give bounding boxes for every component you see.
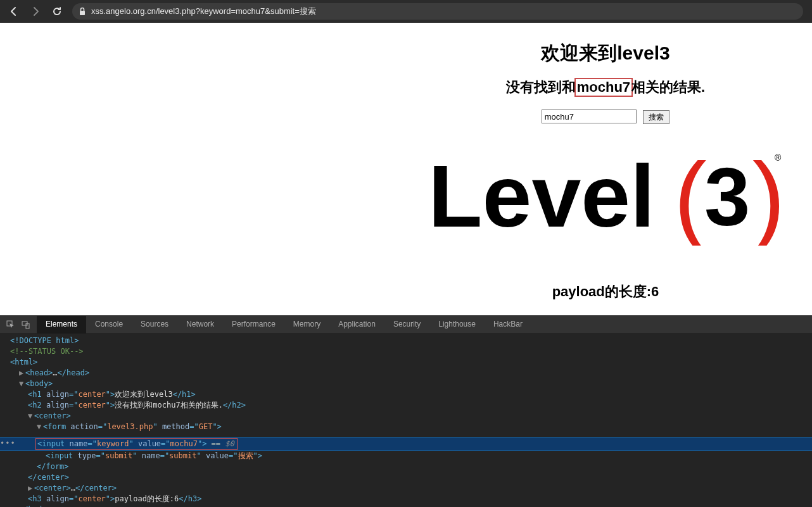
dom-form-open[interactable]: ▼<form action="level3.php" method="GET"> — [10, 422, 812, 432]
svg-text:3: 3 — [704, 151, 750, 243]
forward-button[interactable] — [30, 6, 41, 16]
payload-length: payload的长度:6 — [399, 282, 812, 301]
inspect-icon[interactable] — [6, 320, 15, 329]
search-result-heading: 没有找到和mochu7相关的结果. — [399, 78, 812, 97]
tab-sources[interactable]: Sources — [132, 316, 177, 334]
ellipsis-icon[interactable]: ••• — [0, 438, 16, 449]
tab-application[interactable]: Application — [329, 316, 384, 334]
dom-center2[interactable]: ▶<center>…</center> — [10, 483, 812, 494]
devtools-panel: Elements Console Sources Network Perform… — [0, 315, 812, 507]
svg-text:(: ( — [674, 144, 707, 246]
back-button[interactable] — [9, 6, 19, 16]
dom-head[interactable]: ▶<head>…</head> — [10, 368, 812, 379]
tab-console[interactable]: Console — [86, 316, 132, 334]
h2-prefix: 没有找到和 — [506, 79, 576, 95]
dom-tree[interactable]: <!DOCTYPE html> <!--STATUS OK--> <html> … — [0, 333, 812, 437]
dom-tree-cont[interactable]: <input type="submit" name="submit" value… — [0, 451, 812, 507]
tab-performance[interactable]: Performance — [223, 316, 284, 334]
dom-comment[interactable]: <!--STATUS OK--> — [10, 346, 812, 357]
dom-center-open[interactable]: ▼<center> — [10, 411, 812, 422]
tab-hackbar[interactable]: HackBar — [485, 316, 531, 334]
search-form — [399, 110, 812, 124]
svg-text:Level: Level — [428, 146, 655, 246]
dom-input-submit[interactable]: <input type="submit" name="submit" value… — [10, 451, 812, 461]
tab-elements[interactable]: Elements — [37, 316, 86, 334]
address-bar[interactable]: xss.angelo.org.cn/level3.php?keyword=moc… — [72, 3, 803, 20]
reload-button[interactable] — [52, 6, 62, 16]
dom-h3[interactable]: <h3 align="center">payload的长度:6</h3> — [10, 494, 812, 504]
dom-doctype[interactable]: <!DOCTYPE html> — [10, 335, 812, 346]
device-toolbar-icon[interactable] — [22, 320, 30, 329]
browser-toolbar: xss.angelo.org.cn/level3.php?keyword=moc… — [0, 0, 812, 23]
lock-icon — [79, 7, 86, 16]
highlighted-keyword: mochu7 — [574, 78, 633, 97]
tab-lighthouse[interactable]: Lighthouse — [429, 316, 485, 334]
page-title: 欢迎来到level3 — [399, 41, 812, 66]
nav-buttons — [5, 6, 68, 16]
tab-memory[interactable]: Memory — [284, 316, 329, 334]
svg-text:®: ® — [775, 153, 782, 163]
dom-h1[interactable]: <h1 align="center">欢迎来到level3</h1> — [10, 389, 812, 400]
page-content: 欢迎来到level3 没有找到和mochu7相关的结果. Level ( 3 )… — [0, 23, 812, 315]
tab-security[interactable]: Security — [384, 316, 429, 334]
submit-button[interactable] — [643, 110, 669, 124]
dom-center-close[interactable]: </center> — [10, 472, 812, 483]
tab-network[interactable]: Network — [177, 316, 223, 334]
dom-form-close[interactable]: </form> — [10, 461, 812, 472]
svg-rect-0 — [80, 11, 85, 15]
devtools-tabs: Elements Console Sources Network Perform… — [0, 315, 812, 333]
dom-body-open[interactable]: ▼<body> — [10, 379, 812, 389]
url-text: xss.angelo.org.cn/level3.php?keyword=moc… — [91, 6, 316, 17]
dom-html-open[interactable]: <html> — [10, 357, 812, 368]
dom-h2[interactable]: <h2 align="center">没有找到和mochu7相关的结果.</h2… — [10, 400, 812, 411]
dom-selected-input[interactable]: <input name="keyword" value="mochu7"> ==… — [0, 437, 812, 451]
h2-suffix: 相关的结果. — [631, 79, 705, 95]
keyword-input[interactable] — [542, 110, 637, 123]
level3-logo: Level ( 3 ) ® — [428, 144, 783, 248]
